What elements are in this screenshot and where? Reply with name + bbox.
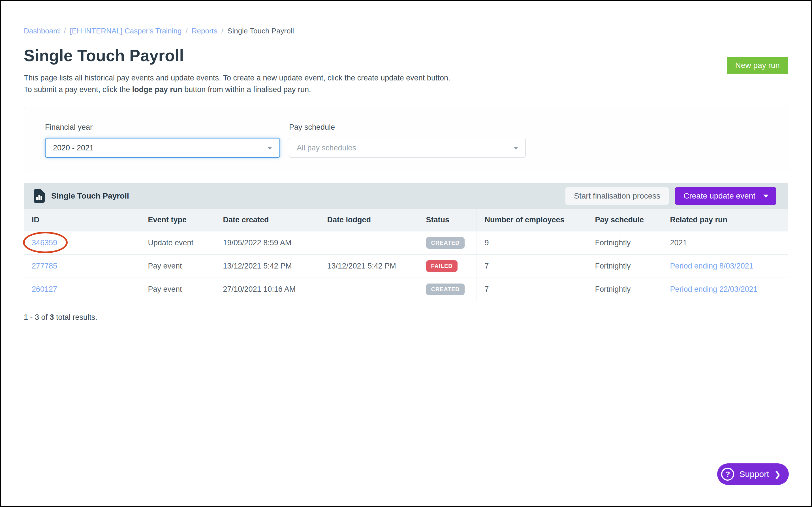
single-touch-payroll-page: Dashboard / [EH INTERNAL] Casper's Train… <box>1 1 811 506</box>
event-id-link[interactable]: 346359 <box>32 238 57 247</box>
table-title-wrap: Single Touch Payroll <box>33 189 129 203</box>
report-chart-icon <box>33 189 45 203</box>
cell-status: FAILED <box>418 255 477 278</box>
chevron-down-icon <box>763 194 768 198</box>
description-line-1: This page lists all historical pay event… <box>24 72 788 84</box>
cell-related-pay-run: 2021 <box>662 231 788 255</box>
cell-related-pay-run: Period ending 22/03/2021 <box>662 278 788 301</box>
cell-id: 260127 <box>24 278 140 301</box>
table-title: Single Touch Payroll <box>51 191 129 201</box>
financial-year-label: Financial year <box>45 123 280 132</box>
status-badge: CREATED <box>426 237 465 249</box>
cell-employees: 7 <box>477 255 587 278</box>
cell-related-pay-run: Period ending 8/03/2021 <box>662 255 788 278</box>
related-pay-run-value: 2021 <box>670 238 687 247</box>
financial-year-value: 2020 - 2021 <box>53 144 94 152</box>
support-label: Support <box>739 469 769 479</box>
cell-employees: 7 <box>477 278 587 301</box>
column-header-related-pay-run: Related pay run <box>662 209 788 231</box>
event-id-link[interactable]: 277785 <box>32 262 57 270</box>
breadcrumb-reports[interactable]: Reports <box>192 26 217 36</box>
cell-event-type: Pay event <box>140 255 215 278</box>
cell-date-lodged <box>319 278 418 301</box>
description-line-2: To submit a pay event, click the lodge p… <box>24 84 788 96</box>
status-badge: CREATED <box>426 284 465 295</box>
column-header-pay-schedule: Pay schedule <box>587 209 662 231</box>
breadcrumb-business[interactable]: [EH INTERNAL] Casper's Training <box>70 26 182 36</box>
cell-pay-schedule: Fortnightly <box>587 231 662 255</box>
column-header-date-lodged: Date lodged <box>319 209 418 231</box>
cell-id: 346359 <box>24 231 140 255</box>
results-total: 3 <box>50 313 54 322</box>
create-update-event-button[interactable]: Create update event <box>675 187 776 205</box>
column-header-event-type: Event type <box>140 209 215 231</box>
breadcrumb-separator: / <box>222 26 224 36</box>
pay-schedule-label: Pay schedule <box>289 123 526 132</box>
cell-date-created: 27/10/2021 10:16 AM <box>215 278 319 301</box>
description-line-2-prefix: To submit a pay event, click the <box>24 85 132 94</box>
related-pay-run-link[interactable]: Period ending 22/03/2021 <box>670 285 758 293</box>
related-pay-run-link[interactable]: Period ending 8/03/2021 <box>670 262 753 270</box>
cell-pay-schedule: Fortnightly <box>587 278 662 301</box>
column-header-status: Status <box>418 209 477 231</box>
pay-schedule-placeholder: All pay schedules <box>297 144 356 152</box>
help-question-icon: ? <box>721 468 734 481</box>
breadcrumb: Dashboard / [EH INTERNAL] Casper's Train… <box>24 26 788 36</box>
table-row: 260127 Pay event 27/10/2021 10:16 AM CRE… <box>24 278 788 301</box>
results-suffix: total results. <box>54 313 98 322</box>
breadcrumb-separator: / <box>64 26 66 36</box>
chevron-down-icon <box>514 147 518 150</box>
app-window: Dashboard / [EH INTERNAL] Casper's Train… <box>0 0 812 507</box>
description-line-2-bold: lodge pay run <box>132 85 182 94</box>
start-finalisation-button[interactable]: Start finalisation process <box>565 187 669 205</box>
page-description: This page lists all historical pay event… <box>24 72 788 96</box>
financial-year-select[interactable]: 2020 - 2021 <box>45 138 280 158</box>
chevron-down-icon <box>267 147 272 150</box>
new-pay-run-button[interactable]: New pay run <box>727 57 788 74</box>
breadcrumb-dashboard[interactable]: Dashboard <box>24 26 60 36</box>
cell-event-type: Update event <box>140 231 215 255</box>
support-button[interactable]: ? Support ❯ <box>717 463 789 485</box>
cell-date-lodged <box>319 231 418 255</box>
results-summary: 1 - 3 of 3 total results. <box>24 313 788 322</box>
create-update-event-label: Create update event <box>683 191 755 201</box>
stp-table-card: Single Touch Payroll Start finalisation … <box>24 183 788 301</box>
status-badge: FAILED <box>426 260 458 272</box>
cell-pay-schedule: Fortnightly <box>587 255 662 278</box>
cell-date-created: 19/05/2022 8:59 AM <box>215 231 319 255</box>
table-actions: Start finalisation process Create update… <box>565 187 776 205</box>
results-prefix: 1 - 3 of <box>24 313 50 322</box>
pay-schedule-select[interactable]: All pay schedules <box>289 138 526 158</box>
column-header-number-of-employees: Number of employees <box>477 209 587 231</box>
table-header-row: ID Event type Date created Date lodged S… <box>24 209 788 231</box>
cell-employees: 9 <box>477 231 587 255</box>
column-header-id: ID <box>24 209 140 231</box>
page-title: Single Touch Payroll <box>24 46 788 65</box>
stp-events-table: ID Event type Date created Date lodged S… <box>24 209 788 301</box>
filter-panel: Financial year 2020 - 2021 Pay schedule … <box>24 107 788 171</box>
description-line-2-suffix: button from within a finalised pay run. <box>182 85 311 94</box>
cell-status: CREATED <box>418 278 477 301</box>
cell-event-type: Pay event <box>140 278 215 301</box>
table-row: 277785 Pay event 13/12/2021 5:42 PM 13/1… <box>24 255 788 278</box>
cell-id: 277785 <box>24 255 140 278</box>
table-row: 346359 Update event 19/05/2022 8:59 AM C… <box>24 231 788 255</box>
cell-date-created: 13/12/2021 5:42 PM <box>215 255 319 278</box>
chevron-right-icon: ❯ <box>774 470 781 479</box>
table-header-bar: Single Touch Payroll Start finalisation … <box>24 183 788 209</box>
cell-status: CREATED <box>418 231 477 255</box>
financial-year-group: Financial year 2020 - 2021 <box>45 123 280 158</box>
event-id-link[interactable]: 260127 <box>32 285 57 293</box>
cell-date-lodged: 13/12/2021 5:42 PM <box>319 255 418 278</box>
breadcrumb-separator: / <box>186 26 188 36</box>
pay-schedule-group: Pay schedule All pay schedules <box>289 123 526 158</box>
column-header-date-created: Date created <box>215 209 319 231</box>
breadcrumb-current: Single Touch Payroll <box>227 26 294 36</box>
